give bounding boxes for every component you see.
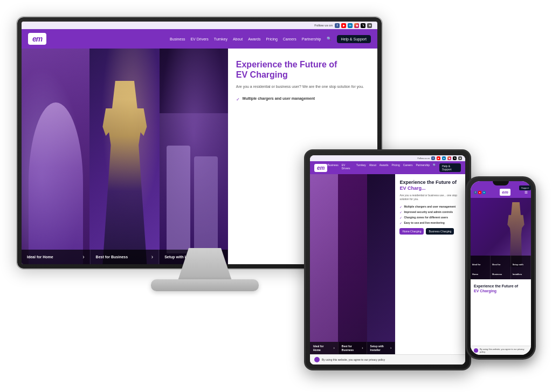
twitter-icon[interactable]: 𝕏 bbox=[361, 23, 365, 28]
tablet-nav-pricing[interactable]: Pricing bbox=[391, 163, 399, 172]
phone-fb-icon[interactable]: f bbox=[474, 191, 477, 194]
nav-awards[interactable]: Awards bbox=[248, 37, 260, 41]
tablet-hero-content: Experience the Future of EV Charg... Are… bbox=[395, 174, 465, 354]
nav-logo[interactable]: em bbox=[28, 33, 46, 45]
tablet-title-line2: EV Charg... bbox=[399, 185, 461, 191]
tablet-feature-3: ✓ Charging zones for different users bbox=[399, 216, 461, 219]
person-silhouette-1 bbox=[29, 102, 83, 264]
tablet-nav-turnkey[interactable]: Turnkey bbox=[356, 163, 366, 172]
tablet-card-home[interactable]: Ideal forHome › bbox=[310, 342, 339, 354]
phone-hero: Ideal forHome Best forBusiness Setup wit… bbox=[471, 198, 531, 346]
tablet-nav-ev[interactable]: EV Drivers bbox=[342, 163, 353, 172]
tablet: Follow us on f ▶ in ◉ 𝕏 ⊕ em Business EV… bbox=[304, 149, 471, 370]
tablet-card-home-text: Ideal forHome bbox=[313, 345, 323, 352]
hero-image-3 bbox=[160, 49, 227, 264]
tablet-twitter-icon[interactable]: 𝕏 bbox=[453, 156, 457, 160]
tablet-card-business-text: Best forBusiness bbox=[342, 345, 354, 352]
phone-support-button[interactable]: Support bbox=[519, 185, 531, 190]
tablet-nav-links: Business EV Drivers Turnkey About Awards… bbox=[327, 163, 461, 172]
tablet-title-line1: Experience the Future of bbox=[399, 180, 457, 185]
nav-pricing[interactable]: Pricing bbox=[266, 37, 277, 41]
phone-social-icons: f ▶ in bbox=[474, 191, 486, 194]
phone-cookie-text: By using this website, you agree to our … bbox=[480, 348, 528, 353]
help-support-button[interactable]: Help & Support bbox=[337, 35, 371, 43]
social-bar: f ▶ in ◉ 𝕏 ⊕ bbox=[335, 23, 372, 28]
card-arrow-business: › bbox=[151, 254, 153, 260]
phone-bottom-cards: Ideal forHome Best forBusiness Setup wit… bbox=[471, 256, 531, 279]
nav-top-bar: Follow us on f ▶ in ◉ 𝕏 ⊕ bbox=[22, 22, 377, 29]
linkedin-icon[interactable]: in bbox=[348, 23, 353, 28]
tablet-check-1: ✓ bbox=[399, 205, 402, 209]
instagram-icon[interactable]: ◉ bbox=[354, 23, 359, 28]
search-icon[interactable]: 🔍 bbox=[327, 37, 332, 41]
nav-ev-drivers[interactable]: EV Drivers bbox=[190, 37, 208, 41]
nav-business[interactable]: Business bbox=[170, 37, 185, 41]
nav-turnkey[interactable]: Turnkey bbox=[214, 37, 227, 41]
tablet-feature-1: ✓ Multiple chargers and user management bbox=[399, 205, 461, 209]
phone: f ▶ in em ≡ Ideal forHo bbox=[466, 176, 536, 360]
bottom-card-home-text: Ideal for Home bbox=[27, 255, 53, 259]
tablet-hero-title: Experience the Future of EV Charg... bbox=[399, 180, 461, 191]
tablet-youtube-icon[interactable]: ▶ bbox=[437, 156, 440, 160]
tablet-hero-subtitle: Are you a residential or business use...… bbox=[399, 194, 461, 202]
tablet-instagram-icon[interactable]: ◉ bbox=[447, 156, 451, 160]
feature-1: ✓ Multiple chargers and user management bbox=[236, 97, 369, 102]
tablet-card-business[interactable]: Best forBusiness › bbox=[339, 342, 367, 354]
phone-li-icon[interactable]: in bbox=[482, 191, 486, 194]
tablet-feature-2: ✓ Improved security and admin controls bbox=[399, 210, 461, 214]
tablet-top-bar: Follow us on f ▶ in ◉ 𝕏 ⊕ bbox=[310, 155, 465, 161]
tablet-linkedin-icon[interactable]: in bbox=[442, 156, 446, 160]
tablet-cookie-text: By using this website, you agree to our … bbox=[322, 358, 385, 361]
check-icon-1: ✓ bbox=[236, 97, 240, 102]
nav-careers[interactable]: Careers bbox=[283, 37, 296, 41]
phone-logo[interactable]: em bbox=[500, 189, 510, 196]
tablet-follow-label: Follow us on bbox=[418, 157, 430, 160]
phone-card-setup-text: Setup withInstallers bbox=[513, 263, 523, 276]
bottom-card-business-text: Best for Business bbox=[96, 255, 128, 259]
tablet-nav: em Business EV Drivers Turnkey About Awa… bbox=[310, 161, 465, 174]
phone-card-business-text: Best forBusiness bbox=[492, 263, 502, 276]
tablet-apple-icon[interactable]: ⊕ bbox=[458, 156, 462, 160]
tablet-nav-awards[interactable]: Awards bbox=[380, 163, 389, 172]
tablet-logo[interactable]: em bbox=[314, 164, 327, 172]
tablet-feature-text-1: Multiple chargers and user management bbox=[404, 205, 456, 208]
bottom-card-business[interactable]: Best for Business › bbox=[91, 250, 160, 264]
phone-card-home[interactable]: Ideal forHome bbox=[471, 256, 491, 279]
apple-icon[interactable]: ⊕ bbox=[367, 23, 372, 28]
tablet-facebook-icon[interactable]: f bbox=[431, 156, 435, 160]
phone-frame: f ▶ in em ≡ Ideal forHo bbox=[466, 176, 536, 360]
nav-about[interactable]: About bbox=[233, 37, 243, 41]
tablet-card-setup[interactable]: Setup withInstaller › bbox=[367, 342, 396, 354]
nav-bar: em Business EV Drivers Turnkey About Awa… bbox=[22, 29, 377, 49]
tablet-nav-partnership[interactable]: Partnership bbox=[416, 163, 430, 172]
hero-title-line1: Experience the Future of bbox=[236, 60, 337, 69]
nav-partnership[interactable]: Partnership bbox=[302, 37, 321, 41]
card-arrow-home: › bbox=[82, 254, 84, 260]
bottom-card-home[interactable]: Ideal for Home › bbox=[22, 250, 91, 264]
tablet-help-button[interactable]: Help & Support bbox=[439, 163, 461, 172]
tablet-nav-business[interactable]: Business bbox=[327, 163, 338, 172]
tablet-screen: Follow us on f ▶ in ◉ 𝕏 ⊕ em Business EV… bbox=[310, 155, 465, 365]
hero-subtitle: Are you a residential or business user? … bbox=[236, 84, 369, 90]
tablet-cookie-bar: By using this website, you agree to our … bbox=[310, 354, 465, 365]
tablet-check-3: ✓ bbox=[399, 216, 402, 219]
phone-title-line2: EV Charging bbox=[474, 289, 496, 293]
phone-hero-image: Ideal forHome Best forBusiness Setup wit… bbox=[471, 198, 531, 279]
phone-cookie-bar: By using this website, you agree to our … bbox=[471, 346, 531, 355]
tablet-check-2: ✓ bbox=[399, 210, 402, 214]
phone-yt-icon[interactable]: ▶ bbox=[478, 191, 481, 194]
youtube-icon[interactable]: ▶ bbox=[341, 23, 346, 28]
tablet-nav-about[interactable]: About bbox=[369, 163, 376, 172]
hero-title-line2: EV Charging bbox=[236, 70, 288, 79]
tablet-nav-careers[interactable]: Careers bbox=[403, 163, 413, 172]
hero-images: Ideal for Home › Best for Business › Set… bbox=[22, 49, 228, 264]
facebook-icon[interactable]: f bbox=[335, 23, 340, 28]
phone-card-business[interactable]: Best forBusiness bbox=[491, 256, 510, 279]
tablet-search-icon[interactable]: 🔍 bbox=[433, 163, 436, 172]
tablet-home-charging-button[interactable]: Home Charging bbox=[399, 228, 424, 235]
tablet-hero-image: Ideal forHome › Best forBusiness › Setup… bbox=[310, 174, 395, 354]
follow-label: Follow us on bbox=[314, 24, 333, 27]
phone-card-setup[interactable]: Setup withInstallers bbox=[511, 256, 531, 279]
tablet-feature-text-4: Easy to use and live monitoring bbox=[404, 221, 444, 224]
tablet-business-charging-button[interactable]: Business Charging bbox=[426, 228, 454, 235]
